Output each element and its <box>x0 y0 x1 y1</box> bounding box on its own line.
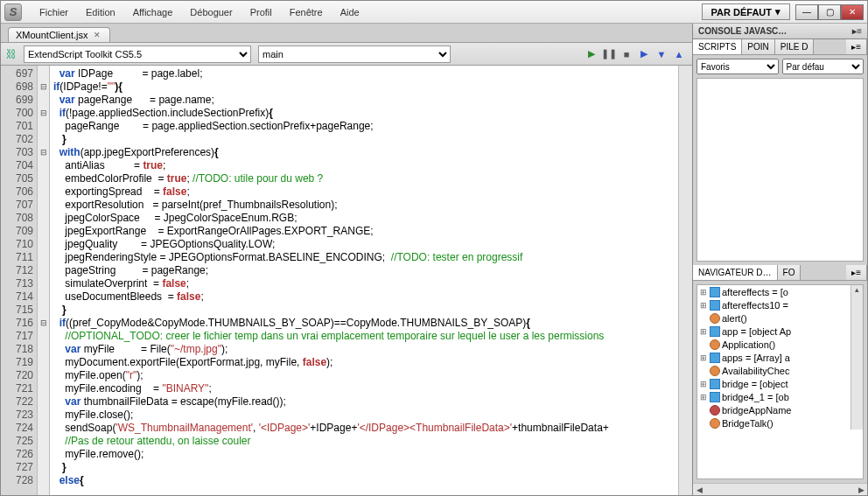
menubar: S FichierEditionAffichageDéboguerProfilF… <box>1 1 867 24</box>
code-area[interactable]: var IDPage = page.label;if(IDPage!=""){ … <box>50 66 678 495</box>
scripts-tab-0[interactable]: SCRIPTS <box>693 39 742 54</box>
nav-tab-1[interactable]: FO <box>778 265 802 280</box>
tree-label: alert() <box>722 313 747 324</box>
tree-row[interactable]: ⊞bridge = [object <box>697 377 850 390</box>
menu-aide[interactable]: Aide <box>332 3 368 21</box>
tree-expand-icon[interactable]: ⊞ <box>699 393 708 402</box>
tree-row[interactable]: alert() <box>697 311 850 325</box>
stop-button[interactable]: ■ <box>619 46 634 62</box>
tab-title: XMountClient.jsx <box>16 30 88 40</box>
line-gutter: 6976986997007017027037047057067077087097… <box>1 66 38 495</box>
func-icon <box>710 366 720 376</box>
menu-déboguer[interactable]: Déboguer <box>181 3 241 21</box>
minimize-button[interactable]: — <box>795 4 818 20</box>
target-function-select[interactable]: main <box>258 45 451 63</box>
tree-row[interactable]: Application() <box>697 338 850 351</box>
pause-button[interactable]: ❚❚ <box>601 46 617 62</box>
menu-profil[interactable]: Profil <box>242 3 281 21</box>
cube-icon <box>710 326 720 337</box>
tree-label: bridgeAppName <box>722 405 792 416</box>
func-icon <box>710 313 720 324</box>
obj-icon <box>710 405 720 416</box>
cube-icon <box>710 353 720 363</box>
workspace-selector[interactable]: PAR DÉFAUT ▾ <box>702 3 790 20</box>
tree-label: BridgeTalk() <box>722 418 774 429</box>
app-logo-icon: S <box>4 3 22 21</box>
panel-menu-icon[interactable]: ▸≡ <box>846 39 867 54</box>
tree-row[interactable]: AvailabilityChec <box>697 364 850 377</box>
scripts-panel-tabs: SCRIPTSPOINPILE D▸≡ <box>693 39 867 55</box>
tree-row[interactable]: ⊞bridge4_1 = [ob <box>697 390 850 403</box>
menu-fichier[interactable]: Fichier <box>31 3 77 21</box>
navigator-scrollbar[interactable]: ◀▶ <box>693 483 867 495</box>
chevron-down-icon: ▾ <box>775 6 780 17</box>
tree-label: aftereffects = [o <box>722 287 788 297</box>
tree-row[interactable]: BridgeTalk() <box>697 416 850 430</box>
cube-icon <box>710 379 720 389</box>
scripts-tab-1[interactable]: POIN <box>742 39 774 54</box>
scripts-tab-2[interactable]: PILE D <box>775 39 815 54</box>
run-button[interactable]: ▶ <box>584 46 599 62</box>
favoris-select[interactable]: Favoris <box>696 59 779 74</box>
menu-fenêtre[interactable]: Fenêtre <box>281 3 332 21</box>
navigator-panel-tabs: NAVIGATEUR D…FO▸≡ <box>693 265 867 281</box>
maximize-button[interactable]: ▢ <box>818 4 841 20</box>
favoris-filter-select[interactable]: Par défau <box>782 59 864 74</box>
tree-label: bridge = [object <box>722 379 788 389</box>
tree-expand-icon[interactable]: ⊞ <box>699 327 708 336</box>
cube-icon <box>710 300 720 311</box>
tree-label: aftereffects10 = <box>722 300 788 311</box>
tree-row[interactable]: ⊞aftereffects10 = <box>697 298 850 311</box>
navigator-tree[interactable]: ⊞aftereffects = [o⊞aftereffects10 =alert… <box>696 284 864 479</box>
workspace-label: PAR DÉFAUT <box>711 7 772 17</box>
close-button[interactable]: ✕ <box>841 4 864 20</box>
tree-expand-icon[interactable]: ⊞ <box>699 288 708 297</box>
panel-menu-icon[interactable]: ▸≡ <box>846 265 867 280</box>
tree-label: Application() <box>722 339 775 350</box>
tree-row[interactable]: ⊞apps = [Array] a <box>697 351 850 364</box>
tree-label: apps = [Array] a <box>722 353 790 363</box>
editor-pane: XMountClient.jsx ✕ ⛓ ExtendScript Toolki… <box>1 24 692 495</box>
func-icon <box>710 418 720 429</box>
tree-row[interactable]: ⊞app = [object Ap <box>697 325 850 338</box>
editor-scrollbar[interactable] <box>678 66 692 495</box>
document-tabbar: XMountClient.jsx ✕ <box>1 24 692 43</box>
func-icon <box>710 339 720 350</box>
link-icon[interactable]: ⛓ <box>6 48 17 60</box>
menu-affichage[interactable]: Affichage <box>124 3 182 21</box>
tree-label: bridge4_1 = [ob <box>722 392 789 402</box>
console-panel-header[interactable]: CONSOLE JAVASC… ▸≡ <box>693 24 867 39</box>
menu-edition[interactable]: Edition <box>77 3 124 21</box>
panel-menu-icon[interactable]: ▸≡ <box>852 26 862 36</box>
code-editor[interactable]: 6976986997007017027037047057067077087097… <box>1 66 692 495</box>
step-over-button[interactable]: ▶ <box>636 46 652 62</box>
target-app-select[interactable]: ExtendScript Toolkit CS5.5 <box>24 45 251 63</box>
cube-icon <box>710 287 720 297</box>
tree-label: app = [object Ap <box>722 326 791 337</box>
fold-gutter[interactable]: ⊟⊟⊟⊟ <box>38 66 50 495</box>
tree-row[interactable]: bridgeAppName <box>697 403 850 416</box>
cube-icon <box>710 392 720 402</box>
tree-scrollbar[interactable]: ▴ <box>850 285 863 430</box>
tree-expand-icon[interactable]: ⊞ <box>699 353 708 362</box>
tree-expand-icon[interactable]: ⊞ <box>699 380 708 388</box>
side-panels: CONSOLE JAVASC… ▸≡ SCRIPTSPOINPILE D▸≡ F… <box>692 24 867 495</box>
step-into-button[interactable]: ▼ <box>654 46 669 62</box>
tree-expand-icon[interactable]: ⊞ <box>699 301 708 310</box>
nav-tab-0[interactable]: NAVIGATEUR D… <box>693 265 778 280</box>
document-tab[interactable]: XMountClient.jsx ✕ <box>8 27 110 42</box>
step-out-button[interactable]: ▲ <box>671 46 687 62</box>
tree-label: AvailabilityChec <box>722 366 789 376</box>
tab-close-icon[interactable]: ✕ <box>92 31 102 39</box>
app-window: S FichierEditionAffichageDéboguerProfilF… <box>0 0 868 496</box>
scripts-list[interactable] <box>696 78 864 262</box>
tree-row[interactable]: ⊞aftereffects = [o <box>697 285 850 298</box>
editor-toolbar: ⛓ ExtendScript Toolkit CS5.5 main ▶ ❚❚ ■… <box>1 43 692 66</box>
